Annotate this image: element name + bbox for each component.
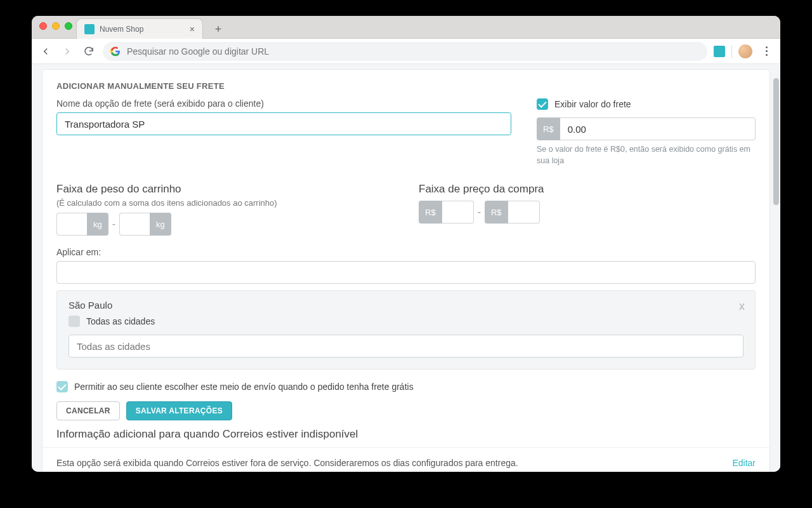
scroll-thumb[interactable] — [773, 78, 779, 205]
close-tab-icon[interactable]: × — [190, 24, 195, 34]
name-label: Nome da opção de frete (será exibido par… — [56, 98, 511, 109]
value-hint: Se o valor do frete é R$0, então será ex… — [537, 144, 756, 166]
browser-toolbar — [32, 39, 780, 64]
profile-avatar[interactable] — [738, 44, 752, 58]
price-min-input[interactable] — [442, 201, 474, 224]
kg-suffix: kg — [87, 213, 108, 236]
toolbar-separator — [731, 45, 732, 58]
extension-icon[interactable] — [714, 46, 725, 57]
region-name: São Paulo — [69, 300, 743, 311]
maximize-window-icon[interactable] — [65, 22, 72, 30]
panel-title: ADICIONAR MANUALMENTE SEU FRETE — [56, 81, 756, 91]
apply-label: Aplicar em: — [56, 247, 756, 257]
weight-min-input[interactable] — [56, 213, 87, 236]
edit-link[interactable]: Editar — [732, 458, 756, 468]
currency-prefix: R$ — [537, 117, 560, 140]
all-cities-label: Todas as cidades — [86, 316, 155, 326]
browser-tab[interactable]: Nuvem Shop × — [76, 18, 203, 39]
weight-sub: (É calculado com a soma dos itens adicio… — [56, 198, 393, 208]
show-value-checkbox[interactable] — [537, 98, 548, 110]
price-max-input[interactable] — [508, 201, 540, 224]
tab-title: Nuvem Shop — [100, 25, 185, 34]
tab-strip: Nuvem Shop × + — [32, 16, 780, 39]
value-input[interactable] — [560, 117, 756, 140]
favicon-icon — [84, 24, 95, 34]
range-dash: - — [112, 218, 115, 230]
apply-input[interactable] — [56, 261, 756, 284]
reload-icon[interactable] — [81, 44, 96, 59]
close-window-icon[interactable] — [39, 22, 47, 30]
extra-info-msg: Esta opção será exibida quando Correios … — [56, 458, 518, 468]
kebab-menu-icon[interactable] — [759, 44, 774, 59]
price-title: Faixa de preço da compra — [419, 183, 756, 196]
scrollbar[interactable] — [771, 64, 780, 472]
new-tab-button[interactable]: + — [209, 20, 227, 38]
weight-title: Faixa de peso do carrinho — [56, 183, 393, 196]
all-cities-checkbox[interactable] — [69, 316, 80, 327]
name-input[interactable] — [56, 112, 511, 135]
extra-info-title: Informação adicional para quando Correio… — [43, 427, 769, 447]
save-button[interactable]: SALVAR ALTERAÇÕES — [126, 401, 232, 420]
weight-max-input[interactable] — [119, 213, 150, 236]
browser-window: Nuvem Shop × + — [32, 16, 780, 472]
page-viewport: ADICIONAR MANUALMENTE SEU FRETE Nome da … — [32, 64, 780, 472]
region-box: São Paulo x Todas as cidades — [56, 290, 756, 370]
minimize-window-icon[interactable] — [52, 22, 60, 30]
remove-region-icon[interactable]: x — [739, 300, 745, 313]
allow-free-checkbox[interactable] — [56, 381, 68, 392]
back-icon[interactable] — [38, 44, 53, 59]
forward-icon[interactable] — [60, 44, 75, 59]
cities-input[interactable] — [69, 335, 743, 358]
omnibox[interactable] — [103, 42, 707, 61]
show-value-label: Exibir valor do frete — [554, 99, 631, 109]
shipping-panel: ADICIONAR MANUALMENTE SEU FRETE Nome da … — [42, 69, 770, 472]
kg-suffix: kg — [150, 213, 171, 236]
range-dash: - — [478, 206, 481, 218]
cancel-button[interactable]: CANCELAR — [56, 401, 120, 420]
google-icon — [110, 46, 121, 57]
currency-prefix: R$ — [485, 201, 508, 224]
omnibox-input[interactable] — [127, 46, 700, 57]
currency-prefix: R$ — [419, 201, 442, 224]
allow-free-label: Permitir ao seu cliente escolher este me… — [74, 382, 414, 392]
